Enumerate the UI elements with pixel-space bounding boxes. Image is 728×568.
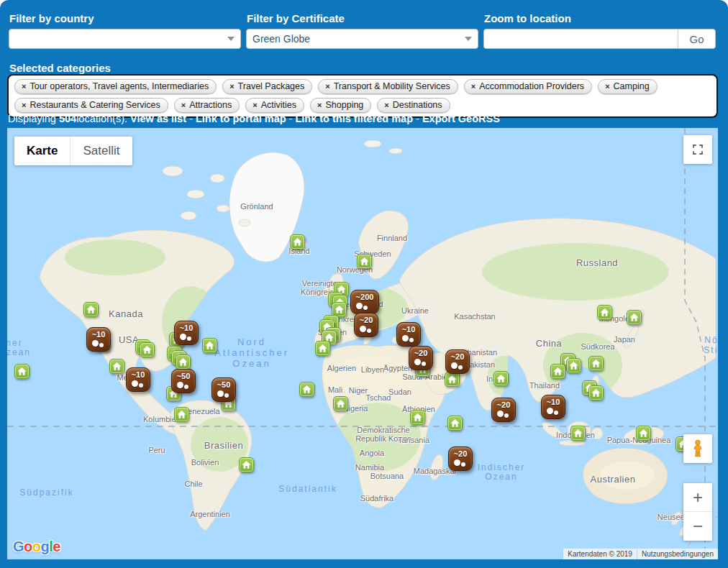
filter-country-label: Filter by country: [9, 12, 94, 24]
house-icon: [568, 360, 579, 371]
cluster-marker[interactable]: ~200: [350, 290, 379, 314]
house-marker[interactable]: [109, 359, 124, 374]
portal-map-link[interactable]: Link to portal map: [196, 113, 286, 124]
zoom-out-button[interactable]: −: [683, 512, 712, 541]
house-marker[interactable]: [410, 410, 425, 425]
cluster-marker[interactable]: ~10: [396, 322, 421, 347]
cluster-marker[interactable]: ~10: [86, 327, 111, 352]
house-marker[interactable]: [315, 341, 330, 356]
zoom-location-input[interactable]: [484, 29, 678, 48]
category-tag[interactable]: ×Shopping: [310, 98, 371, 113]
cluster-marker[interactable]: ~20: [448, 446, 473, 471]
house-marker[interactable]: [570, 426, 586, 441]
cluster-count-label: ~10: [397, 325, 420, 334]
cluster-marker[interactable]: ~20: [445, 349, 470, 374]
remove-tag-icon[interactable]: ×: [325, 82, 329, 91]
house-icon: [142, 344, 153, 355]
view-as-list-link[interactable]: View as list: [130, 113, 186, 124]
house-icon: [334, 304, 345, 315]
house-marker[interactable]: [493, 371, 509, 386]
house-marker[interactable]: [299, 382, 314, 397]
category-tag[interactable]: ×Tour operators, Travel agents, Intermed…: [14, 79, 217, 94]
category-tag-label: Shopping: [325, 100, 363, 110]
category-tag[interactable]: ×Transport & Mobility Services: [318, 79, 458, 94]
category-tag[interactable]: ×Restaurants & Catering Services: [14, 98, 168, 113]
export-georss-link[interactable]: Export GeoRSS: [422, 113, 500, 124]
remove-tag-icon[interactable]: ×: [252, 101, 257, 109]
house-marker[interactable]: [566, 358, 581, 373]
fullscreen-button[interactable]: [683, 135, 712, 164]
cluster-dot-icon: [454, 459, 460, 466]
cluster-marker[interactable]: ~10: [126, 367, 150, 392]
map-type-satellit-button[interactable]: Satellit: [70, 137, 132, 165]
house-marker[interactable]: [636, 426, 651, 441]
house-marker[interactable]: [176, 354, 191, 370]
google-map[interactable]: GrönlandIslandFinnlandSchwedenNorwegenVe…: [7, 128, 718, 559]
category-tag[interactable]: ×Activities: [245, 98, 304, 113]
remove-tag-icon[interactable]: ×: [317, 101, 322, 109]
remove-tag-icon[interactable]: ×: [384, 101, 388, 109]
remove-tag-icon[interactable]: ×: [605, 82, 609, 91]
status-bar: Displaying 504location(s). View as list …: [8, 113, 500, 124]
house-marker[interactable]: [202, 338, 217, 353]
google-logo[interactable]: Google: [13, 539, 60, 555]
house-marker[interactable]: [588, 356, 604, 371]
cluster-marker[interactable]: ~50: [211, 377, 236, 402]
category-tag[interactable]: ×Destinations: [377, 98, 450, 113]
house-icon: [359, 256, 370, 267]
cluster-marker[interactable]: ~20: [354, 313, 378, 337]
cluster-marker[interactable]: ~20: [491, 398, 516, 422]
chevron-down-icon: [227, 37, 235, 41]
portal-panel: Filter by country Filter by Certificate …: [0, 0, 728, 568]
category-tag-label: Attractions: [189, 100, 232, 110]
cluster-dot-icon: [184, 385, 188, 389]
remove-tag-icon[interactable]: ×: [229, 82, 234, 91]
house-marker[interactable]: [14, 364, 29, 379]
category-tag-label: Camping: [614, 81, 650, 91]
house-marker[interactable]: [550, 364, 565, 379]
terms-of-use-link[interactable]: Nutzungsbedingungen: [637, 549, 718, 559]
fullscreen-icon: [691, 143, 704, 156]
remove-tag-icon[interactable]: ×: [181, 101, 186, 109]
google-logo-letter: g: [41, 539, 50, 554]
cluster-dot-icon: [92, 340, 99, 347]
link-separator: -: [413, 113, 422, 124]
remove-tag-icon[interactable]: ×: [471, 82, 476, 91]
house-marker[interactable]: [83, 302, 99, 317]
cluster-dot-icon: [402, 335, 409, 342]
map-type-karte-button[interactable]: Karte: [14, 137, 70, 165]
zoom-in-button[interactable]: +: [683, 483, 712, 512]
house-marker[interactable]: [239, 457, 254, 472]
house-marker[interactable]: [588, 385, 604, 400]
cluster-dot-icon: [217, 390, 224, 397]
cluster-marker[interactable]: ~10: [174, 321, 199, 345]
cluster-marker[interactable]: ~20: [409, 346, 433, 370]
cluster-marker[interactable]: ~10: [541, 395, 565, 419]
world-map-graphic: [7, 128, 718, 559]
category-tag[interactable]: ×Travel Packages: [222, 79, 312, 94]
certificate-select[interactable]: Green Globe: [246, 29, 478, 49]
house-marker[interactable]: [597, 305, 612, 320]
pegman-button[interactable]: [683, 434, 712, 463]
cluster-dot-icon: [180, 334, 186, 340]
category-tag[interactable]: ×Attractions: [174, 98, 240, 113]
house-marker[interactable]: [140, 342, 155, 357]
house-marker[interactable]: [445, 372, 460, 387]
cluster-dot-icon: [132, 380, 138, 387]
category-tag[interactable]: ×Accommodation Providers: [464, 79, 592, 94]
house-marker[interactable]: [174, 407, 189, 422]
house-marker[interactable]: [290, 234, 305, 249]
category-tag[interactable]: ×Camping: [598, 79, 657, 94]
category-tag-label: Travel Packages: [238, 81, 305, 91]
category-tag-label: Tour operators, Travel agents, Intermedi…: [29, 81, 209, 91]
filtered-map-link[interactable]: Link to this filtered map: [295, 113, 413, 124]
house-marker[interactable]: [627, 310, 642, 325]
cluster-marker[interactable]: ~50: [171, 369, 196, 393]
go-button[interactable]: Go: [678, 29, 715, 48]
house-marker[interactable]: [333, 396, 348, 411]
house-marker[interactable]: [357, 254, 372, 269]
remove-tag-icon[interactable]: ×: [22, 101, 26, 109]
remove-tag-icon[interactable]: ×: [22, 82, 26, 91]
house-marker[interactable]: [447, 416, 463, 431]
country-select[interactable]: [9, 29, 241, 49]
